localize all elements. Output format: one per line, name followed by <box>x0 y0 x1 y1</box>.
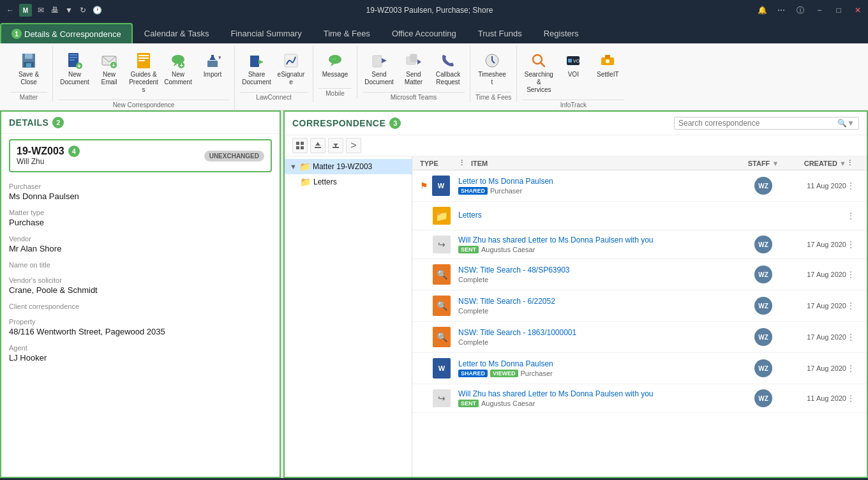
field-value: Ms Donna Paulsen <box>9 191 272 201</box>
toolbar-grid-icon[interactable] <box>292 138 308 153</box>
details-title: DETAILS <box>9 117 49 128</box>
toolbar-download-icon[interactable] <box>310 138 326 153</box>
row-menu-icon[interactable]: ⋮ <box>846 211 859 221</box>
item-subtitle: Complete <box>458 307 744 315</box>
badge-shared: SHARED <box>458 370 488 377</box>
send-matter-button[interactable]: SendMatter <box>397 49 430 89</box>
mail-icon[interactable]: ✉ <box>36 5 46 15</box>
list-item[interactable]: 🔍 NSW: Title Search - 48/SP63903 Complet… <box>412 259 867 290</box>
list-item[interactable]: 🔍 NSW: Title Search - 1863/1000001 Compl… <box>412 322 867 353</box>
staff-avatar: WZ <box>754 297 772 315</box>
tab-trust[interactable]: Trust Funds <box>468 23 532 43</box>
send-matter-label: SendMatter <box>405 71 423 86</box>
field-group: Vendor's solicitorCrane, Poole & Schmidt <box>9 276 272 295</box>
bell-icon[interactable]: 🔔 <box>757 5 767 15</box>
back-icon[interactable]: ← <box>5 5 15 15</box>
help-icon[interactable]: ⓘ <box>795 5 805 15</box>
esignature-icon <box>282 52 300 70</box>
save-close-button[interactable]: Save &Close <box>10 49 47 89</box>
tree-item-letters[interactable]: 📁 Letters <box>285 174 412 190</box>
toolbar-more-icon[interactable]: > <box>346 138 361 153</box>
row-menu-icon[interactable]: ⋮ <box>846 269 859 280</box>
row-menu-icon[interactable]: ⋮ <box>846 301 859 311</box>
item-subtitle: Complete <box>458 338 744 346</box>
tab-registers[interactable]: Registers <box>534 23 589 43</box>
list-item[interactable]: 📁 Letters ⋮ <box>412 202 867 230</box>
staff-avatar: WZ <box>754 359 772 377</box>
row-menu-icon[interactable]: ⋮ <box>846 363 859 373</box>
list-item[interactable]: ↪ Will Zhu has shared Letter to Ms Donna… <box>412 384 867 413</box>
field-label: Client correspondence <box>9 303 272 310</box>
col-header-menu[interactable]: ⋮ <box>846 159 859 167</box>
search-dropdown-icon[interactable]: ▼ <box>847 119 855 128</box>
dropdown-icon[interactable]: ▼ <box>64 5 74 15</box>
tab-bar: 1 Details & Correspondence Calendar & Ta… <box>0 20 868 43</box>
col-menu-header[interactable]: ⋮ <box>458 159 471 167</box>
item-title: Letter to Ms Donna Paulsen <box>458 359 744 368</box>
flag-icon: ⚑ <box>420 181 428 191</box>
searching-services-button[interactable]: Searching &Services <box>522 49 555 97</box>
staff-col: WZ <box>744 328 782 346</box>
guides-precedents-button[interactable]: Guides &Precedents <box>127 49 160 97</box>
minimize-icon[interactable]: − <box>814 5 825 15</box>
correspondence-header: CORRESPONDENCE 3 🔍 ▼ <box>285 112 867 135</box>
tree-folder-icon-matter: 📁 <box>299 161 310 172</box>
item-title: Will Zhu has shared Letter to Ms Donna P… <box>458 236 744 244</box>
row-menu-icon[interactable]: ⋮ <box>846 239 859 250</box>
send-document-button[interactable]: SendDocument <box>363 49 396 89</box>
esignature-button[interactable]: eSignature <box>274 49 308 89</box>
refresh-icon[interactable]: ↻ <box>78 5 88 15</box>
staff-col: WZ <box>744 177 782 195</box>
list-item[interactable]: W Letter to Ms Donna Paulsen SHARED VIEW… <box>412 353 867 384</box>
import-label: Import <box>204 71 221 79</box>
tab-number-1: 1 <box>11 29 22 39</box>
tab-label-calendar: Calendar & Tasks <box>144 29 209 38</box>
row-menu-icon[interactable]: ⋮ <box>846 393 859 403</box>
svg-point-47 <box>606 59 610 63</box>
new-document-button[interactable]: + NewDocument <box>58 49 91 89</box>
callback-request-icon <box>439 52 457 70</box>
list-item[interactable]: 🔍 NSW: Title Search - 6/22052 Complete W… <box>412 290 867 322</box>
row-menu-icon[interactable]: ⋮ <box>846 181 859 191</box>
history-icon[interactable]: 🕐 <box>92 5 102 15</box>
close-icon[interactable]: ✕ <box>853 5 863 15</box>
tree-item-matter[interactable]: ▼ 📁 Matter 19-WZ003 <box>285 159 412 174</box>
more-icon[interactable]: ⋯ <box>776 5 786 15</box>
timesheet-button[interactable]: Timesheet <box>475 49 509 89</box>
new-email-button[interactable]: + New Email <box>93 49 126 89</box>
item-col: Letter to Ms Donna Paulsen SHARED VIEWED… <box>458 359 744 377</box>
correspondence-search-box[interactable]: 🔍 ▼ <box>674 117 859 130</box>
list-item[interactable]: ↪ Will Zhu has shared Letter to Ms Donna… <box>412 230 867 259</box>
voi-icon: VOI <box>564 52 582 70</box>
maximize-icon[interactable]: □ <box>834 5 844 15</box>
app-icon[interactable]: M <box>19 4 32 17</box>
item-col: Letters <box>458 211 744 221</box>
matter-card[interactable]: 19-WZ003 4 Will Zhu UNEXCHANGED <box>9 139 272 172</box>
message-button[interactable]: ··· Message <box>318 49 352 86</box>
list-item[interactable]: ⚑ W Letter to Ms Donna Paulsen SHARED Pu… <box>412 170 867 202</box>
correspondence-search-input[interactable] <box>678 119 837 128</box>
tab-time[interactable]: Time & Fees <box>313 23 380 43</box>
tab-office[interactable]: Office Accounting <box>382 23 467 43</box>
new-comment-button[interactable]: + New Comment <box>161 49 195 89</box>
callback-request-button[interactable]: CallbackRequest <box>431 49 465 89</box>
list-rows-container: ⚑ W Letter to Ms Donna Paulsen SHARED Pu… <box>412 170 867 413</box>
tab-details-correspondence[interactable]: 1 Details & Correspondence <box>0 23 133 43</box>
share-document-button[interactable]: ShareDocument <box>240 49 273 89</box>
save-icon <box>20 52 38 70</box>
new-document-icon: + <box>66 52 84 70</box>
toolbar-upload-icon[interactable] <box>328 138 343 153</box>
settleit-button[interactable]: SettleIT <box>591 49 624 86</box>
field-value: 48/116 Wentworth Street, Pagewood 2035 <box>9 327 272 336</box>
import-button[interactable]: ▾ Import <box>196 49 229 86</box>
field-label: Matter type <box>9 209 272 216</box>
message-icon: ··· <box>326 52 344 70</box>
badge-shared: SHARED <box>458 187 488 195</box>
staff-avatar: WZ <box>754 328 772 346</box>
voi-button[interactable]: VOI VOI <box>557 49 590 86</box>
row-menu-icon[interactable]: ⋮ <box>846 332 859 342</box>
print-icon[interactable]: 🖶 <box>50 5 60 15</box>
type-icon-col: 🔍 <box>420 296 458 316</box>
tab-calendar[interactable]: Calendar & Tasks <box>134 23 220 43</box>
tab-financial[interactable]: Financial Summary <box>220 23 311 43</box>
